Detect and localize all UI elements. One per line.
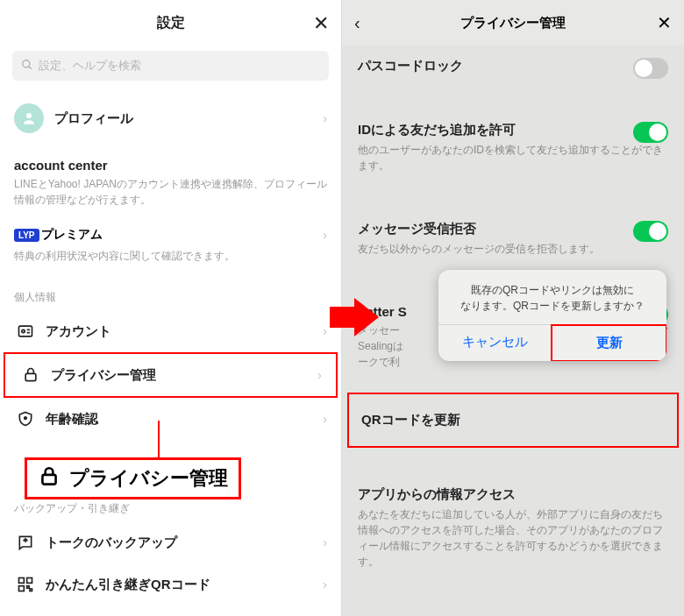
settings-title: 設定 xyxy=(157,14,185,32)
arrow-right-icon xyxy=(330,298,379,340)
lyp-desc: 特典の利用状況や内容に関して確認できます。 xyxy=(0,248,341,278)
dialog-buttons: キャンセル 更新 xyxy=(438,324,666,361)
svg-rect-10 xyxy=(27,578,32,584)
account-row[interactable]: アカウント › xyxy=(0,310,341,352)
svg-rect-14 xyxy=(42,475,55,485)
msg-reject-desc: 友だち以外からのメッセージの受信を拒否します。 xyxy=(358,241,668,257)
passcode-label: パスコードロック xyxy=(358,58,668,74)
search-icon xyxy=(21,59,33,74)
privacy-row[interactable]: プライバシー管理 › xyxy=(4,352,338,398)
svg-rect-13 xyxy=(30,589,32,591)
profile-row[interactable]: プロフィール › xyxy=(0,91,341,145)
chevron-right-icon: › xyxy=(323,535,327,549)
backup-icon xyxy=(14,534,37,551)
chevron-right-icon: › xyxy=(323,412,327,426)
svg-point-8 xyxy=(25,417,27,420)
app-access-label: アプリからの情報アクセス xyxy=(358,486,668,503)
info-provide-row[interactable]: 情報の提供 › xyxy=(342,605,684,616)
close-icon[interactable]: ✕ xyxy=(657,12,672,33)
profile-label: プロフィール xyxy=(54,110,133,127)
privacy-header: ‹ プライバシー管理 ✕ xyxy=(342,0,684,46)
qr-transfer-label: かんたん引き継ぎQRコード xyxy=(46,577,210,593)
svg-rect-7 xyxy=(25,373,36,380)
avatar xyxy=(14,103,44,133)
account-center-title[interactable]: account center xyxy=(0,158,341,176)
lock-icon xyxy=(19,366,42,384)
svg-point-4 xyxy=(22,329,25,332)
confirm-dialog: 既存のQRコードやリンクは無効になります。QRコードを更新しますか？ キャンセル… xyxy=(438,270,666,361)
chevron-right-icon: › xyxy=(323,324,327,338)
search-placeholder: 設定、ヘルプを検索 xyxy=(39,58,141,74)
age-row[interactable]: 年齢確認 › xyxy=(0,398,341,440)
connector-line xyxy=(158,421,160,459)
talk-backup-row[interactable]: トークのバックアップ › xyxy=(0,521,341,563)
qr-icon xyxy=(14,576,37,593)
chevron-right-icon: › xyxy=(323,228,327,242)
dialog-message: 既存のQRコードやリンクは無効になります。QRコードを更新しますか？ xyxy=(438,270,666,324)
svg-rect-12 xyxy=(27,586,30,589)
msg-reject-toggle[interactable] xyxy=(633,221,668,242)
shield-icon xyxy=(14,410,37,428)
privacy-label: プライバシー管理 xyxy=(51,367,156,384)
app-access-row[interactable]: アプリからの情報アクセス あなたを友だちに追加している人が、外部アプリに自身の友… xyxy=(342,474,684,582)
svg-point-2 xyxy=(26,113,32,118)
lock-icon xyxy=(38,465,61,492)
back-icon[interactable]: ‹ xyxy=(354,13,360,33)
msg-reject-row[interactable]: メッセージ受信拒否 友だち以外からのメッセージの受信を拒否します。 xyxy=(342,209,684,269)
age-label: 年齢確認 xyxy=(46,411,98,428)
passcode-row[interactable]: パスコードロック xyxy=(342,46,684,87)
talk-backup-label: トークのバックアップ xyxy=(46,535,177,551)
id-add-desc: 他のユーザーがあなたのIDを検索して友だち追加することができます。 xyxy=(358,142,668,173)
privacy-callout: プライバシー管理 xyxy=(25,457,241,499)
msg-reject-label: メッセージ受信拒否 xyxy=(358,221,668,237)
svg-line-1 xyxy=(29,66,32,68)
lyp-badge: LYP xyxy=(14,229,39,242)
id-add-toggle[interactable] xyxy=(633,122,668,143)
lyp-label: プレミアム xyxy=(41,227,103,243)
privacy-title: プライバシー管理 xyxy=(460,15,566,32)
account-label: アカウント xyxy=(46,323,111,340)
chevron-right-icon: › xyxy=(323,111,327,125)
account-center-desc: LINEとYahoo! JAPANのアカウント連携や連携解除、プロフィール情報の… xyxy=(0,176,341,222)
id-add-label: IDによる友だち追加を許可 xyxy=(358,122,668,138)
svg-rect-9 xyxy=(19,578,25,584)
search-input[interactable]: 設定、ヘルプを検索 xyxy=(12,51,329,81)
callout-text: プライバシー管理 xyxy=(69,465,228,492)
cancel-button[interactable]: キャンセル xyxy=(438,325,552,361)
app-access-desc: あなたを友だちに追加している人が、外部アプリに自身の友だち情報へのアクセスを許可… xyxy=(358,506,668,570)
qr-update-label: QRコードを更新 xyxy=(361,412,665,428)
ok-button[interactable]: 更新 xyxy=(551,324,666,361)
settings-header: 設定 ✕ xyxy=(0,0,341,46)
account-icon xyxy=(14,322,37,340)
id-add-row[interactable]: IDによる友だち追加を許可 他のユーザーがあなたのIDを検索して友だち追加するこ… xyxy=(342,110,684,186)
svg-point-0 xyxy=(23,60,30,67)
lyp-row[interactable]: LYP プレミアム › xyxy=(0,222,341,248)
qr-transfer-row[interactable]: かんたん引き継ぎQRコード › xyxy=(0,563,341,605)
qr-update-row[interactable]: QRコードを更新 xyxy=(347,393,679,448)
svg-marker-15 xyxy=(330,298,379,336)
section-personal: 個人情報 xyxy=(0,278,341,310)
close-icon[interactable]: ✕ xyxy=(313,12,329,35)
passcode-toggle[interactable] xyxy=(633,58,668,79)
settings-screen: 設定 ✕ 設定、ヘルプを検索 プロフィール › account center L… xyxy=(0,0,342,616)
svg-rect-11 xyxy=(19,586,25,591)
chevron-right-icon: › xyxy=(317,368,322,382)
chevron-right-icon: › xyxy=(323,577,327,591)
